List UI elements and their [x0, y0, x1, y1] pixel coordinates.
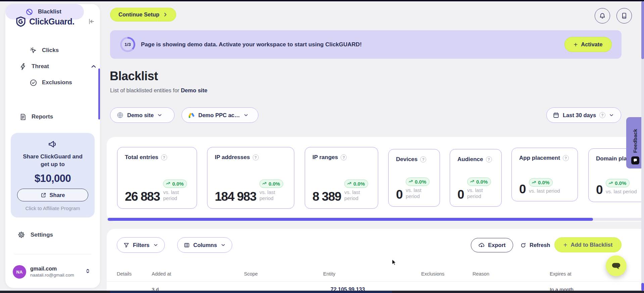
sidebar-scrollbar[interactable] — [98, 68, 100, 119]
help-icon[interactable]: ? — [341, 154, 347, 160]
account-switcher-icon[interactable] — [85, 268, 91, 274]
export-button[interactable]: Export — [471, 238, 513, 252]
stat-card-ip-addresses: IP addresses? 184 983 0.0% vs. last peri… — [207, 147, 294, 209]
sidebar-item-threat[interactable]: Threat — [19, 60, 49, 72]
help-icon[interactable]: ? — [161, 154, 167, 160]
external-link-icon — [41, 192, 47, 198]
filters-button[interactable]: Filters — [117, 237, 165, 253]
blacklist-blocked-icon — [26, 8, 33, 16]
sidebar-item-reports[interactable]: Reports — [19, 111, 53, 123]
site-selector[interactable]: Demo site — [110, 107, 175, 123]
feedback-label: Feedback — [632, 129, 638, 153]
avatar[interactable]: NA — [13, 265, 26, 279]
date-range-selector[interactable]: Last 30 days ? — [546, 107, 621, 123]
docs-button[interactable] — [616, 8, 632, 23]
calendar-icon — [553, 112, 559, 118]
sidebar-item-label: Reports — [32, 113, 53, 120]
stat-value: 26 883 — [125, 191, 160, 202]
activate-button[interactable]: + Activate — [564, 37, 612, 52]
trend-badge: 0.0% — [163, 180, 187, 188]
help-icon[interactable]: ? — [253, 154, 259, 160]
ppc-account-selector[interactable]: Demo PPC ac… — [182, 107, 258, 123]
trend-up-icon — [470, 179, 475, 184]
vs-last-period: vs. last period — [163, 189, 185, 202]
bell-icon — [599, 12, 606, 19]
account-email: naatali.ro@gmail.com — [30, 273, 74, 278]
blacklist-table-panel: Filters Columns Export — [107, 229, 644, 291]
trend-value: 0.0% — [353, 181, 365, 187]
continue-setup-label: Continue Setup — [118, 11, 159, 18]
share-button[interactable]: Share — [17, 189, 88, 201]
funnel-icon — [123, 242, 130, 248]
stat-value: 0 — [596, 185, 602, 195]
column-header-details[interactable]: Details — [117, 271, 132, 277]
chat-widget-button[interactable] — [606, 255, 627, 276]
table-header-divider — [107, 281, 644, 282]
help-icon[interactable]: ? — [420, 156, 426, 162]
page-scrollbar-thumb[interactable] — [641, 1, 644, 59]
continue-setup-button[interactable]: Continue Setup — [110, 8, 176, 21]
cards-scrollbar-thumb[interactable] — [108, 218, 593, 221]
column-header-reason[interactable]: Reason — [473, 271, 489, 277]
vs-last-period: vs. last period — [467, 187, 489, 200]
affiliate-amount: $10,000 — [11, 173, 95, 185]
stat-label: App placement — [519, 155, 560, 161]
stat-value: 8 389 — [312, 191, 341, 202]
trend-value: 0.0% — [476, 179, 488, 185]
ppc-account-value: Demo PPC ac… — [198, 112, 240, 118]
export-label: Export — [488, 242, 505, 248]
trend-up-icon — [262, 181, 267, 186]
vs-last-period: vs. last period — [259, 189, 281, 202]
cell-added-at: 3 d — [152, 287, 159, 291]
trend-up-icon — [347, 181, 352, 186]
trend-up-icon — [532, 180, 536, 185]
plus-icon: + — [563, 242, 567, 248]
column-header-scope[interactable]: Scope — [244, 271, 258, 277]
feedback-logo-icon — [631, 156, 639, 164]
trend-value: 0.0% — [172, 181, 184, 187]
table-scrollbar-thumb[interactable] — [641, 283, 644, 291]
account-name: gmail.com — [30, 266, 57, 272]
help-icon[interactable]: ? — [486, 156, 492, 162]
stat-card-app-placement: App placement? 0 0.0% vs. last period — [511, 148, 578, 201]
plus-icon: + — [574, 41, 578, 48]
columns-icon — [184, 242, 190, 248]
vs-last-period: vs. last period — [406, 187, 427, 200]
sidebar-item-exclusions[interactable]: Exclusions — [30, 77, 72, 89]
sidebar-item-clicks[interactable]: Clicks — [30, 44, 59, 56]
column-header-expires-at[interactable]: Expires at — [550, 271, 571, 277]
column-header-added-at[interactable]: Added at — [152, 271, 171, 277]
column-header-exclusions[interactable]: Exclusions — [421, 271, 444, 277]
share-label: Share — [50, 192, 65, 198]
clickguard-app: ClickGuard. Clicks Threat — [0, 0, 644, 293]
sidebar-item-label: Clicks — [42, 47, 59, 54]
stat-label: IP ranges — [312, 154, 338, 161]
cell-expires-at: In a month — [550, 287, 574, 291]
columns-button[interactable]: Columns — [177, 237, 232, 253]
affiliate-card[interactable]: Share ClickGuard and get up to $10,000 S… — [11, 133, 95, 217]
refresh-label: Refresh — [530, 242, 550, 248]
column-header-entity[interactable]: Entity — [323, 271, 335, 277]
refresh-button[interactable]: Refresh — [520, 238, 550, 252]
trend-badge: 0.0% — [406, 178, 430, 186]
book-icon — [621, 12, 628, 19]
globe-icon — [116, 111, 124, 119]
chevron-up-icon[interactable] — [91, 63, 97, 69]
sidebar-item-settings[interactable]: Settings — [17, 231, 53, 239]
setup-progress-step: 1/3 — [122, 39, 134, 50]
settings-label: Settings — [31, 232, 53, 238]
google-ads-icon — [188, 112, 195, 119]
add-to-blacklist-button[interactable]: + Add to Blacklist — [554, 237, 622, 252]
affiliate-title: Share ClickGuard and get up to — [19, 153, 86, 168]
divider — [14, 254, 91, 254]
trend-badge: 0.0% — [467, 178, 491, 186]
trend-badge: 0.0% — [344, 180, 368, 188]
sidebar-collapse-icon[interactable] — [87, 17, 95, 26]
trend-up-icon — [166, 181, 170, 186]
help-icon[interactable]: ? — [563, 155, 569, 161]
stat-card-audience: Audience? 0 0.0% vs. last period — [450, 149, 502, 207]
window-bottom-edge-accent — [110, 291, 392, 293]
logo: ClickGuard. — [15, 16, 75, 27]
demo-data-banner: 1/3 Page is showing demo data. Activate … — [110, 30, 622, 59]
notifications-button[interactable] — [595, 8, 610, 23]
